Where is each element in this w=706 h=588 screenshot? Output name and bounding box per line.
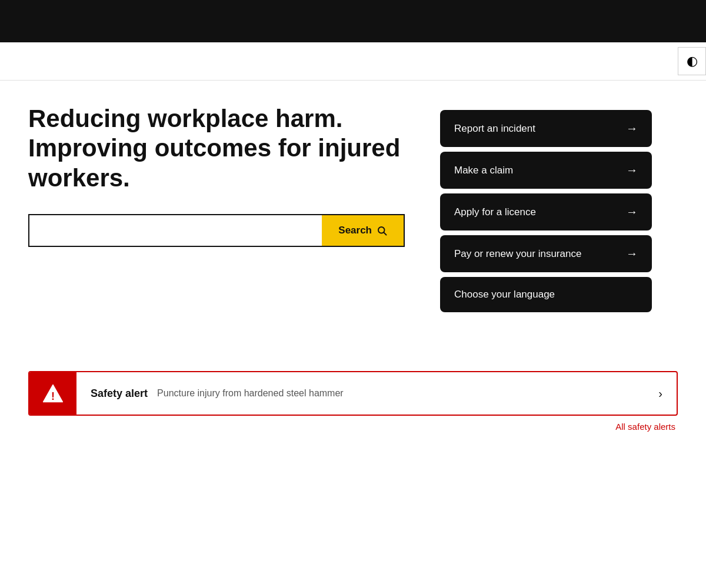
apply-licence-button[interactable]: Apply for a licence → [440,193,652,230]
search-bar: Search [28,214,405,247]
search-icon [377,225,387,236]
report-incident-arrow: → [626,122,638,135]
search-button[interactable]: Search [322,215,404,246]
report-incident-button[interactable]: Report an incident → [440,110,652,147]
pay-insurance-arrow: → [626,247,638,260]
safety-alert-label: Safety alert [91,387,148,400]
report-incident-label: Report an incident [454,123,535,135]
alert-triangle-icon: ! [42,383,64,404]
apply-licence-arrow: → [626,205,638,219]
safety-alert-chevron-icon: › [658,387,662,400]
make-claim-label: Make a claim [454,165,513,176]
search-input[interactable] [29,215,322,246]
main-content: Reducing workplace harm. Improving outco… [0,81,706,336]
choose-language-button[interactable]: Choose your language [440,277,652,312]
pay-insurance-button[interactable]: Pay or renew your insurance → [440,235,652,272]
svg-line-1 [384,233,386,235]
contrast-toggle-button[interactable]: ◐ [678,47,706,75]
safety-alert-card[interactable]: ! Safety alert Puncture injury from hard… [28,371,678,416]
pay-insurance-label: Pay or renew your insurance [454,248,581,260]
safety-alert-icon-box: ! [29,372,76,415]
all-safety-alerts: All safety alerts [28,422,678,432]
safety-alerts-section: ! Safety alert Puncture injury from hard… [0,371,706,432]
safety-alert-content: Safety alert Puncture injury from harden… [76,375,677,412]
top-navigation [0,0,706,42]
svg-text:!: ! [51,390,55,402]
contrast-bar: ◐ [0,42,706,81]
make-claim-arrow: → [626,163,638,177]
right-section: Report an incident → Make a claim → Appl… [440,110,652,312]
make-claim-button[interactable]: Make a claim → [440,152,652,189]
hero-heading: Reducing workplace harm. Improving outco… [28,104,417,193]
choose-language-label: Choose your language [454,289,555,300]
all-safety-alerts-link[interactable]: All safety alerts [615,422,675,432]
left-section: Reducing workplace harm. Improving outco… [28,104,417,247]
search-button-label: Search [338,225,372,236]
safety-alert-text: Puncture injury from hardened steel hamm… [157,388,344,399]
apply-licence-label: Apply for a licence [454,206,536,218]
